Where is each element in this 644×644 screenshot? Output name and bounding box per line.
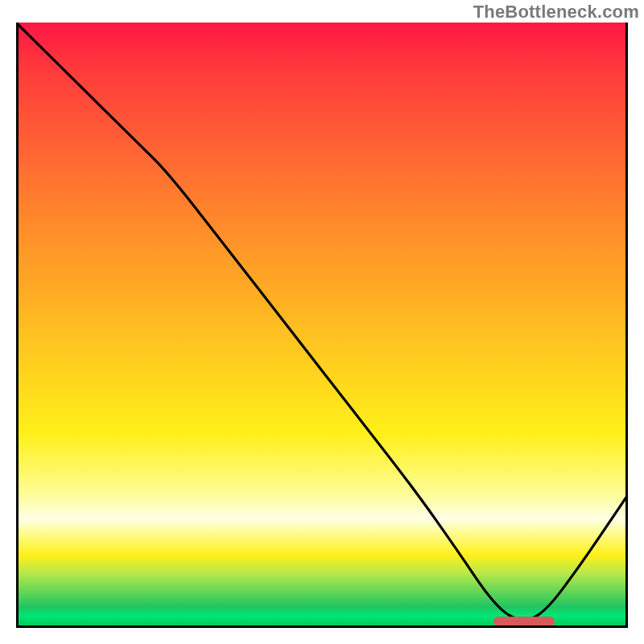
series-line (16, 23, 628, 628)
watermark-label: TheBottleneck.com (473, 2, 639, 23)
optimum-marker (493, 617, 555, 626)
axes-frame (16, 23, 628, 628)
chart-canvas: TheBottleneck.com (0, 0, 644, 644)
plot-area (16, 23, 628, 628)
